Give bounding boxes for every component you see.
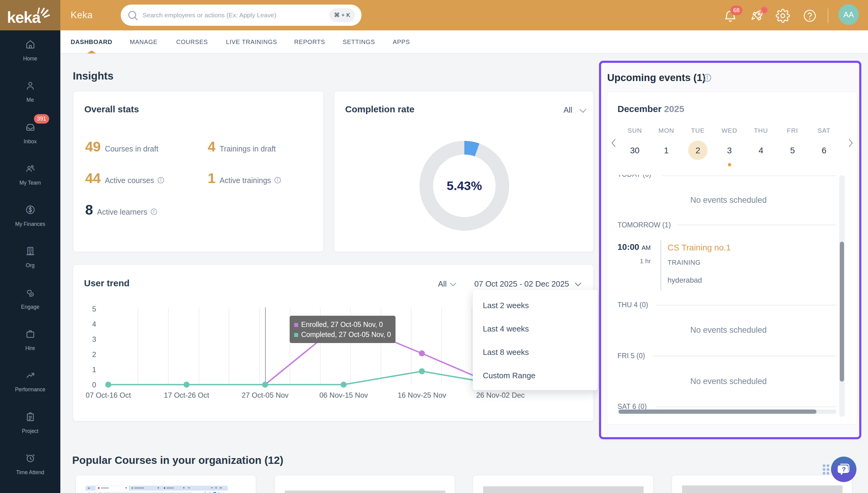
svg-text:?: ?: [842, 466, 846, 473]
svg-text:keka: keka: [7, 8, 41, 26]
